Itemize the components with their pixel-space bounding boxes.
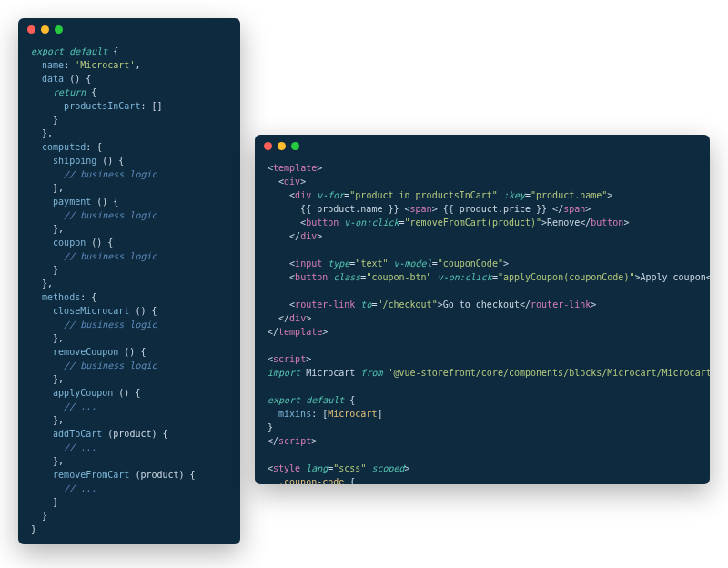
code-token: : {: [80, 292, 96, 302]
code-token: to: [355, 299, 371, 309]
code-token: router-link: [295, 299, 355, 309]
code-token: },: [31, 183, 64, 193]
code-token: () {: [96, 156, 124, 166]
code-token: 'Microcart': [75, 60, 135, 70]
code-token: >: [311, 436, 317, 446]
code-token: removeCoupon: [31, 347, 118, 357]
minimize-icon[interactable]: [41, 25, 49, 34]
code-token: >: [503, 259, 509, 269]
code-token: // business logic: [31, 210, 157, 220]
code-token: },: [31, 415, 64, 425]
code-token: >: [623, 218, 629, 228]
code-token: productsInCart: [31, 101, 140, 111]
code-token: {{ product.price }}: [438, 204, 552, 214]
code-token: {: [107, 46, 118, 56]
code-token: </: [706, 272, 710, 282]
code-token: from: [360, 368, 382, 378]
code-token: .coupon-code: [268, 477, 344, 484]
code-token: >: [317, 163, 322, 173]
code-token: style: [273, 463, 300, 473]
code-token: >: [405, 463, 410, 473]
code-token: // ...: [31, 401, 96, 411]
code-token: }: [31, 265, 58, 275]
code-token: payment: [31, 197, 91, 207]
code-token: ,: [135, 60, 140, 70]
code-token: router-link: [531, 299, 591, 309]
code-token: },: [31, 333, 64, 343]
code-token: </: [580, 218, 591, 228]
code-content-right: <template> <div> <div v-for="product in …: [255, 157, 710, 484]
close-icon[interactable]: [264, 142, 272, 150]
code-token: <: [268, 177, 284, 187]
code-token: template: [273, 163, 317, 173]
code-token: removeFromCart: [31, 470, 129, 480]
code-token: applyCoupon: [31, 388, 113, 398]
code-token: >: [306, 354, 311, 364]
code-token: </: [268, 436, 278, 446]
code-token: div: [284, 177, 300, 187]
code-token: addToCart: [31, 429, 102, 439]
code-token: "product in productsInCart": [349, 190, 498, 200]
code-token: export default: [268, 395, 344, 405]
code-token: scoped: [366, 463, 404, 473]
code-token: },: [31, 456, 64, 466]
code-token: <: [268, 218, 306, 228]
code-window-left: export default { name: 'Microcart', data…: [18, 18, 240, 544]
code-token: }: [31, 115, 58, 125]
code-token: </: [520, 299, 531, 309]
code-token: shipping: [31, 156, 96, 166]
code-token: }: [31, 497, 58, 507]
code-token: v-for: [311, 190, 344, 200]
code-token: (product) {: [102, 429, 167, 439]
code-token: "removeFromCart(product)": [405, 218, 542, 228]
maximize-icon[interactable]: [291, 142, 299, 150]
code-token: name: [31, 60, 64, 70]
close-icon[interactable]: [27, 25, 35, 34]
code-token: // business logic: [31, 320, 157, 330]
code-token: methods: [31, 292, 80, 302]
code-token: // ...: [31, 442, 96, 452]
code-token: : []: [140, 101, 162, 111]
code-token: v-model: [388, 259, 431, 269]
code-token: lang: [300, 463, 328, 473]
code-token: script: [278, 436, 311, 446]
code-token: "product.name": [531, 190, 607, 200]
code-token: "couponCode": [438, 259, 503, 269]
code-token: : [: [311, 409, 328, 419]
code-token: {: [344, 395, 355, 405]
code-token: '@vue-storefront/core/components/blocks/…: [388, 368, 710, 378]
code-token: <: [268, 299, 295, 309]
code-token: // ...: [31, 483, 96, 493]
code-token: () {: [129, 306, 157, 316]
code-token: div: [295, 190, 311, 200]
code-token: Apply coupon: [640, 272, 705, 282]
code-token: mixins: [268, 409, 311, 419]
code-token: >: [317, 231, 322, 241]
code-token: Go to checkout: [443, 299, 520, 309]
code-window-right: <template> <div> <div v-for="product in …: [255, 135, 710, 484]
code-token: // business logic: [31, 169, 157, 179]
code-token: >: [322, 327, 328, 337]
code-token: closeMicrocart: [31, 306, 129, 316]
code-token: (product) {: [129, 470, 195, 480]
code-token: v-on:click: [339, 218, 399, 228]
code-token: return: [31, 87, 86, 97]
code-token: export default: [31, 46, 107, 56]
window-titlebar: [18, 18, 240, 41]
code-token: </: [268, 327, 278, 337]
code-token: button: [295, 272, 328, 282]
code-token: <: [268, 272, 295, 282]
code-token: ]: [377, 409, 382, 419]
code-token: </: [268, 231, 300, 241]
code-token: >: [591, 299, 596, 309]
maximize-icon[interactable]: [55, 25, 63, 34]
code-token: {: [86, 87, 96, 97]
code-token: </: [268, 313, 289, 323]
code-token: {: [344, 477, 355, 484]
window-titlebar: [255, 135, 710, 157]
code-token: "coupon-btn": [366, 272, 431, 282]
code-token: :: [64, 60, 75, 70]
code-token: () {: [91, 197, 118, 207]
code-token: "/checkout": [377, 299, 437, 309]
minimize-icon[interactable]: [278, 142, 286, 150]
